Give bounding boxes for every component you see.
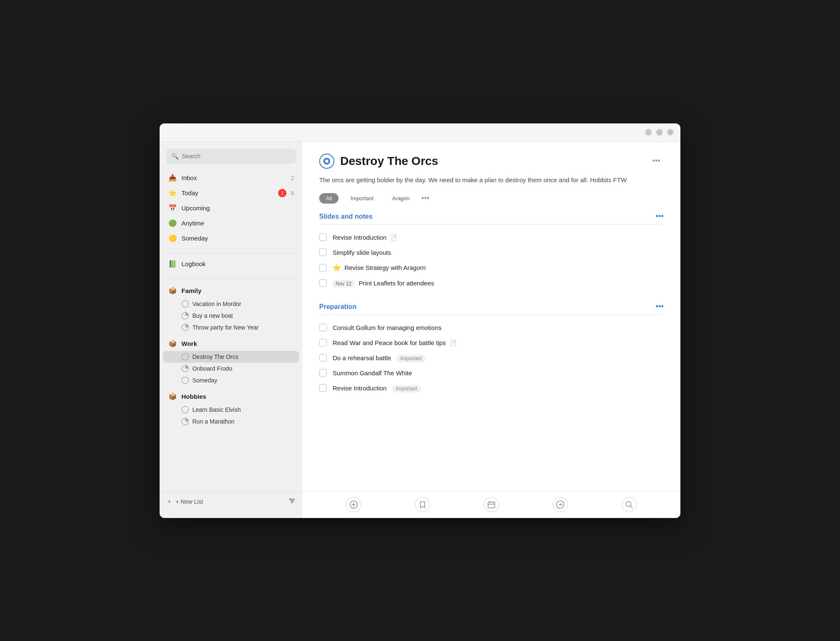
minimize-button[interactable]: – — [645, 129, 652, 136]
circle-icon-2 — [181, 377, 189, 384]
work-section-header[interactable]: 📦 Work — [163, 337, 299, 351]
sections-area: Slides and notes ••• Revise Introduction… — [302, 212, 680, 491]
svg-point-6 — [182, 406, 189, 413]
svg-point-16 — [325, 160, 328, 163]
calendar-button[interactable] — [484, 497, 499, 512]
task-item[interactable]: Read War and Peace book for battle tips … — [319, 335, 664, 350]
sidebar-item-someday[interactable]: 🟡 Someday — [163, 231, 299, 246]
maximize-button[interactable]: □ — [656, 129, 663, 136]
task-label: Simplify slide layouts — [333, 249, 664, 256]
tag-important[interactable]: Important — [344, 193, 380, 204]
slides-more-button[interactable]: ••• — [656, 212, 664, 221]
svg-point-12 — [293, 500, 294, 501]
file-icon: 📄 — [390, 234, 397, 241]
task-item[interactable]: Revise Introduction Important — [319, 380, 664, 395]
task-item[interactable]: Summon Gandalf The White — [319, 365, 664, 380]
project-icon — [319, 154, 334, 169]
tags-more-button[interactable]: ••• — [421, 194, 429, 203]
task-item[interactable]: Consult Gollum for managing emotions — [319, 320, 664, 335]
task-checkbox[interactable] — [319, 264, 327, 272]
task-checkbox[interactable] — [319, 324, 327, 331]
task-checkbox[interactable] — [319, 233, 327, 241]
section-title: Slides and notes — [319, 213, 373, 220]
close-button[interactable]: × — [667, 129, 674, 136]
task-item[interactable]: Simplify slide layouts — [319, 245, 664, 260]
search-button[interactable] — [622, 497, 637, 512]
sidebar-item-party[interactable]: Throw party for New Year — [163, 322, 299, 333]
task-checkbox[interactable] — [319, 384, 327, 392]
sidebar-item-boat[interactable]: Buy a new boat — [163, 310, 299, 322]
task-item[interactable]: Do a rehearsal battle Important — [319, 350, 664, 365]
slides-section: Slides and notes ••• Revise Introduction… — [319, 212, 664, 290]
task-item[interactable]: Revise Introduction 📄 — [319, 230, 664, 245]
new-list-button[interactable]: ＋ + New List — [166, 498, 203, 505]
sidebar-item-logbook[interactable]: 📗 Logbook — [163, 256, 299, 272]
hobbies-icon: 📦 — [168, 392, 177, 401]
plus-icon: ＋ — [166, 498, 172, 505]
sidebar-section-hobbies: 📦 Hobbies Learn Basic Elvish Run a Marat… — [160, 388, 302, 429]
content-area: 🔍 📥 Inbox 2 ⭐ Today 1 8 📅 Upcom — [160, 142, 680, 518]
project-more-button[interactable]: ••• — [649, 155, 664, 167]
sidebar-item-vacation[interactable]: Vacation in Mordor — [163, 298, 299, 310]
tags-row: All Important Aragon ••• — [302, 193, 680, 212]
arrow-button[interactable] — [553, 497, 568, 512]
sidebar-item-inbox[interactable]: 📥 Inbox 2 — [163, 170, 299, 186]
task-label: Revise Introduction 📄 — [333, 234, 664, 241]
sidebar-item-today[interactable]: ⭐ Today 1 8 — [163, 186, 299, 201]
sidebar-item-label: Someday — [181, 235, 294, 242]
sidebar: 🔍 📥 Inbox 2 ⭐ Today 1 8 📅 Upcom — [160, 142, 302, 518]
preparation-more-button[interactable]: ••• — [656, 302, 664, 311]
project-header: Destroy The Orcs ••• — [302, 142, 680, 175]
sidebar-item-destroy-orcs[interactable]: Destroy The Orcs — [163, 351, 299, 363]
sidebar-item-label: Anytime — [181, 220, 294, 227]
svg-point-26 — [626, 502, 631, 507]
section-title: Preparation — [319, 303, 357, 311]
family-section-header[interactable]: 📦 Family — [163, 284, 299, 298]
task-item[interactable]: ⭐ Revise Strategy with Aragorn — [319, 260, 664, 275]
sidebar-item-upcoming[interactable]: 📅 Upcoming — [163, 201, 299, 216]
new-list-label: + New List — [176, 498, 203, 505]
tag-aragon[interactable]: Aragon — [385, 193, 416, 204]
task-checkbox[interactable] — [319, 339, 327, 346]
sidebar-item-onboard-frodo[interactable]: Onboard Frodo — [163, 363, 299, 374]
family-icon: 📦 — [168, 286, 177, 296]
filter-button[interactable] — [288, 497, 296, 506]
sidebar-item-marathon[interactable]: Run a Marathon — [163, 416, 299, 427]
task-checkbox[interactable] — [319, 279, 327, 287]
bookmark-button[interactable] — [415, 497, 430, 512]
half-circle-icon-2 — [181, 324, 189, 331]
sidebar-item-elvish[interactable]: Learn Basic Elvish — [163, 404, 299, 416]
item-label: Buy a new boat — [192, 312, 233, 319]
item-label: Throw party for New Year — [192, 324, 259, 331]
task-checkbox[interactable] — [319, 249, 327, 256]
preparation-section: Preparation ••• Consult Gollum for manag… — [319, 302, 664, 395]
task-checkbox[interactable] — [319, 369, 327, 377]
title-bar: – □ × — [160, 123, 680, 142]
hobbies-section-header[interactable]: 📦 Hobbies — [163, 390, 299, 404]
file-icon: 📄 — [449, 340, 457, 346]
slides-section-header: Slides and notes ••• — [319, 212, 664, 225]
search-bar[interactable]: 🔍 — [166, 149, 296, 164]
svg-rect-20 — [488, 502, 495, 508]
project-description: The orcs are getting bolder by the day. … — [302, 175, 680, 194]
svg-point-11 — [290, 498, 291, 500]
half-circle-icon-3 — [181, 365, 189, 372]
sidebar-item-anytime[interactable]: 🟢 Anytime — [163, 216, 299, 231]
svg-point-5 — [182, 377, 189, 384]
item-label: Vacation in Mordor — [192, 301, 241, 307]
task-item[interactable]: Nov 12 Print Leaflets for attendees — [319, 275, 664, 290]
add-button[interactable] — [346, 497, 361, 512]
tag-all[interactable]: All — [319, 193, 339, 204]
search-input[interactable] — [182, 153, 291, 160]
circle-icon — [181, 300, 189, 308]
task-label: ⭐ Revise Strategy with Aragorn — [333, 264, 664, 272]
task-label: Consult Gollum for managing emotions — [333, 324, 664, 331]
sidebar-item-someday-work[interactable]: Someday — [163, 374, 299, 386]
date-badge: Nov 12 — [333, 280, 354, 288]
svg-point-3 — [182, 353, 189, 360]
preparation-section-header: Preparation ••• — [319, 302, 664, 315]
active-circle-icon — [181, 353, 189, 361]
task-label: Read War and Peace book for battle tips … — [333, 339, 664, 346]
task-label: Nov 12 Print Leaflets for attendees — [333, 280, 664, 287]
task-checkbox[interactable] — [319, 354, 327, 361]
